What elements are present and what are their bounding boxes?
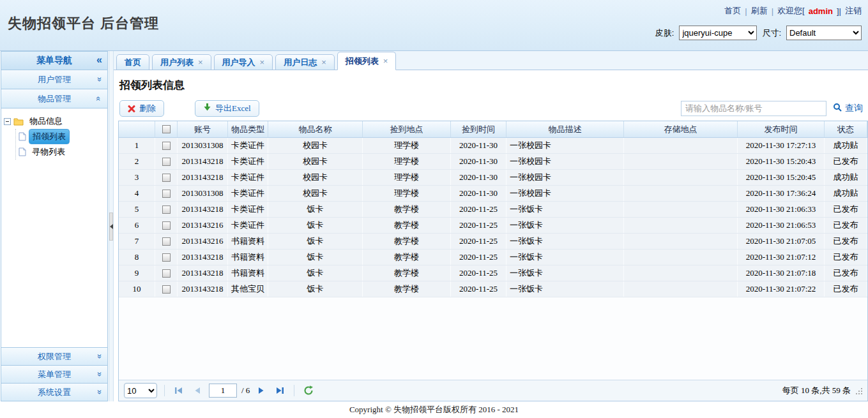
tree-node-found-list[interactable]: 招领列表 [16, 129, 105, 144]
cell-account: 2013143218 [178, 202, 228, 217]
cell-checkbox[interactable] [155, 234, 178, 249]
cell-place: 理学楼 [363, 138, 451, 153]
table-row[interactable]: 12013031308卡类证件校园卡理学楼2020-11-30一张校园卡2020… [119, 138, 867, 154]
close-icon[interactable]: × [383, 56, 388, 66]
cell-checkbox[interactable] [155, 202, 178, 217]
export-excel-button[interactable]: 导出Excel [195, 100, 259, 117]
refresh-link[interactable]: 刷新 [751, 5, 768, 17]
cell-ptime: 2020-11-30 21:06:33 [738, 202, 825, 217]
select-all-checkbox[interactable] [162, 125, 171, 133]
cell-storage [624, 250, 738, 265]
cell-ptime: 2020-11-30 21:07:18 [738, 265, 825, 281]
table-row[interactable]: 62013143216卡类证件饭卡教学楼2020-11-25一张饭卡2020-1… [119, 218, 867, 234]
search-icon [833, 103, 842, 114]
table-row[interactable]: 72013143216书籍资料饭卡教学楼2020-11-25一张饭卡2020-1… [119, 234, 867, 250]
cell-storage [624, 170, 738, 185]
cell-type: 卡类证件 [228, 202, 268, 217]
row-checkbox[interactable] [162, 190, 171, 198]
page-title: 招领列表信息 [119, 78, 868, 93]
tab-home[interactable]: 首页 [116, 54, 149, 70]
delete-button[interactable]: 删除 [119, 100, 164, 117]
delete-button-label: 删除 [139, 103, 156, 114]
table-row[interactable]: 22013143218卡类证件校园卡理学楼2020-11-30一张校园卡2020… [119, 154, 867, 170]
cell-ftime: 2020-11-25 [451, 234, 506, 249]
logout-link[interactable]: 注销 [845, 5, 862, 17]
cell-checkbox[interactable] [155, 154, 178, 169]
row-number: 3 [119, 170, 155, 185]
row-number: 5 [119, 202, 155, 217]
download-arrow-icon [203, 103, 211, 114]
table-row[interactable]: 52013143218卡类证件饭卡教学楼2020-11-25一张饭卡2020-1… [119, 202, 867, 218]
tab-user-import[interactable]: 用户导入 × [214, 54, 273, 70]
first-page-button[interactable] [172, 384, 186, 398]
cell-ptime: 2020-11-30 21:07:12 [738, 250, 825, 265]
sidebar-item-permission-management[interactable]: 权限管理 « [1, 348, 108, 366]
refresh-icon[interactable] [301, 384, 316, 398]
prev-page-button[interactable] [190, 384, 204, 398]
sidebar-splitter[interactable] [109, 51, 114, 401]
sidebar-collapse-icon[interactable]: « [96, 54, 102, 66]
cell-place: 理学楼 [363, 186, 451, 201]
cell-ftime: 2020-11-25 [451, 250, 506, 265]
table-row[interactable]: 82013143218书籍资料饭卡教学楼2020-11-25一张饭卡2020-1… [119, 250, 867, 265]
cell-storage [624, 154, 738, 169]
row-checkbox[interactable] [162, 237, 171, 246]
sidebar: 菜单导航 « 用户管理 « 物品管理 « [0, 51, 109, 401]
row-checkbox[interactable] [162, 142, 171, 150]
table-row[interactable]: 32013143218卡类证件校园卡理学楼2020-11-30一张校园卡2020… [119, 170, 867, 186]
tab-found-list[interactable]: 招领列表 × [337, 52, 397, 70]
cell-type: 卡类证件 [228, 170, 268, 185]
column-header-checkbox[interactable] [155, 121, 178, 137]
page-number-input[interactable] [209, 384, 237, 398]
row-checkbox[interactable] [162, 253, 171, 262]
cell-checkbox[interactable] [155, 170, 178, 185]
search-input[interactable] [681, 101, 826, 116]
home-link[interactable]: 首页 [724, 5, 741, 17]
next-page-button[interactable] [254, 384, 268, 398]
tree-node-lost-list[interactable]: 寻物列表 [16, 144, 105, 160]
sidebar-item-menu-management[interactable]: 菜单管理 « [1, 366, 108, 384]
cell-checkbox[interactable] [155, 186, 178, 201]
row-checkbox[interactable] [162, 205, 171, 214]
tree-node-item-info[interactable]: 物品信息 [4, 114, 105, 129]
size-select[interactable]: Default [786, 26, 862, 40]
search-button[interactable]: 查询 [833, 103, 863, 114]
cell-checkbox[interactable] [155, 265, 178, 281]
cell-name: 饭卡 [268, 202, 363, 217]
close-icon[interactable]: × [321, 57, 326, 67]
resize-grip[interactable] [855, 387, 862, 394]
last-page-button[interactable] [273, 384, 287, 398]
close-icon[interactable]: × [198, 57, 203, 67]
cell-type: 卡类证件 [228, 138, 268, 153]
tree-collapse-icon[interactable] [4, 118, 11, 125]
row-checkbox[interactable] [162, 174, 171, 182]
sidebar-item-item-management[interactable]: 物品管理 « [1, 89, 108, 108]
tab-user-list[interactable]: 用户列表 × [152, 54, 211, 70]
delete-x-icon [128, 105, 135, 112]
table-row[interactable]: 92013143218书籍资料饭卡教学楼2020-11-25一张饭卡2020-1… [119, 265, 867, 281]
cell-account: 2013143216 [178, 234, 228, 249]
row-checkbox[interactable] [162, 221, 171, 230]
accordion-label: 系统设置 [38, 387, 71, 398]
cell-desc: 一张校园卡 [506, 170, 624, 185]
cell-checkbox[interactable] [155, 281, 178, 297]
table-row[interactable]: 42013031308卡类证件校园卡理学楼2020-11-30一张校园卡2020… [119, 186, 867, 202]
close-icon[interactable]: × [260, 57, 265, 67]
sidebar-item-system-settings[interactable]: 系统设置 « [1, 384, 108, 401]
cell-checkbox[interactable] [155, 218, 178, 233]
page-size-select[interactable]: 10 [124, 383, 157, 398]
splitter-collapse-handle[interactable] [109, 213, 113, 241]
row-checkbox[interactable] [162, 269, 171, 278]
tree-node-label-selected[interactable]: 招领列表 [29, 129, 70, 144]
tree-node-label[interactable]: 寻物列表 [29, 145, 68, 159]
row-checkbox[interactable] [162, 158, 171, 166]
skin-select[interactable]: jqueryui-cupe [679, 26, 757, 40]
cell-checkbox[interactable] [155, 138, 178, 153]
row-checkbox[interactable] [162, 285, 171, 294]
cell-checkbox[interactable] [155, 250, 178, 265]
tab-user-log[interactable]: 用户日志 × [275, 54, 335, 70]
sidebar-item-user-management[interactable]: 用户管理 « [1, 70, 108, 89]
table-row[interactable]: 102013143218其他宝贝饭卡教学楼2020-11-25一张饭卡2020-… [119, 281, 867, 297]
column-header-ptime: 发布时间 [738, 121, 825, 137]
nav-separator: | [772, 6, 773, 16]
